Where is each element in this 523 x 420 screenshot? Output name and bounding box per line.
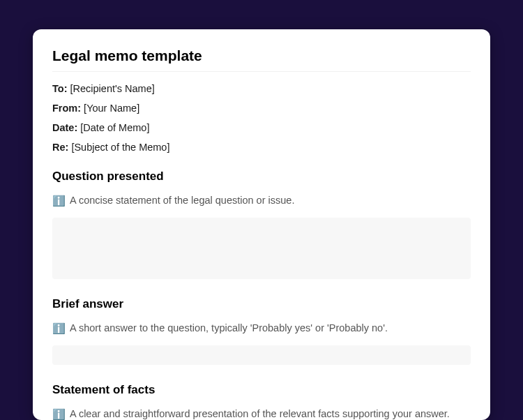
- memo-meta-block: To: [Recipient's Name] From: [Your Name]…: [52, 83, 471, 153]
- meta-re-row: Re: [Subject of the Memo]: [52, 142, 471, 153]
- meta-re-label: Re:: [52, 142, 68, 153]
- meta-date-value: [Date of Memo]: [77, 122, 149, 133]
- info-icon: ℹ️: [52, 407, 66, 420]
- answer-input-area[interactable]: [52, 345, 471, 365]
- hint-row-facts: ℹ️ A clear and straightforward presentat…: [52, 407, 471, 420]
- hint-text-question: A concise statement of the legal questio…: [70, 193, 294, 207]
- memo-card: Legal memo template To: [Recipient's Nam…: [33, 29, 490, 420]
- meta-re-value: [Subject of the Memo]: [68, 142, 169, 153]
- page-title: Legal memo template: [52, 47, 471, 72]
- question-input-area[interactable]: [52, 218, 471, 279]
- hint-row-question: ℹ️ A concise statement of the legal ques…: [52, 193, 471, 208]
- hint-text-facts: A clear and straightforward presentation…: [70, 407, 450, 420]
- hint-text-answer: A short answer to the question, typicall…: [70, 321, 388, 335]
- meta-to-value: [Recipient's Name]: [67, 83, 154, 94]
- section-brief-answer: Brief answer ℹ️ A short answer to the qu…: [52, 297, 471, 365]
- section-heading-facts: Statement of facts: [52, 383, 471, 397]
- hint-row-answer: ℹ️ A short answer to the question, typic…: [52, 321, 471, 336]
- section-heading-answer: Brief answer: [52, 297, 471, 311]
- section-question-presented: Question presented ℹ️ A concise statemen…: [52, 170, 471, 279]
- meta-from-label: From:: [52, 103, 81, 114]
- meta-to-row: To: [Recipient's Name]: [52, 83, 471, 94]
- section-heading-question: Question presented: [52, 170, 471, 183]
- meta-from-row: From: [Your Name]: [52, 103, 471, 114]
- info-icon: ℹ️: [52, 193, 66, 208]
- meta-to-label: To:: [52, 83, 67, 94]
- meta-date-row: Date: [Date of Memo]: [52, 122, 471, 133]
- info-icon: ℹ️: [52, 321, 66, 336]
- meta-from-value: [Your Name]: [81, 103, 139, 114]
- section-statement-of-facts: Statement of facts ℹ️ A clear and straig…: [52, 383, 471, 420]
- meta-date-label: Date:: [52, 122, 77, 133]
